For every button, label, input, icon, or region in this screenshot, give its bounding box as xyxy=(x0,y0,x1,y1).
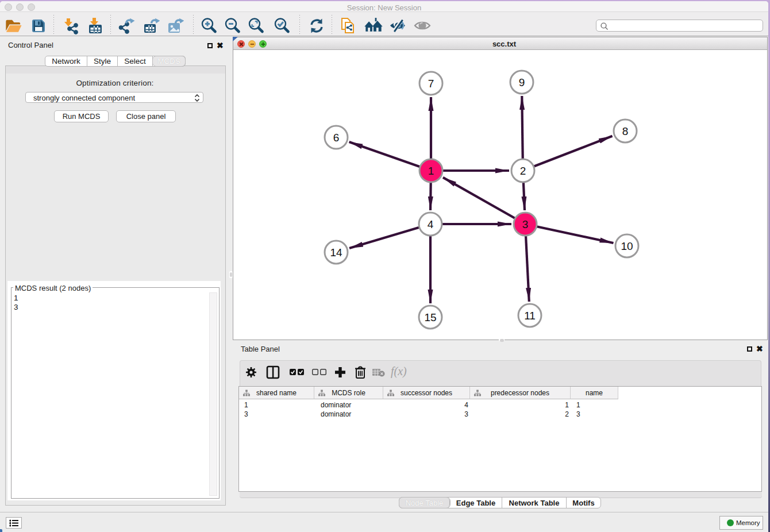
svg-text:4: 4 xyxy=(428,218,434,230)
svg-text:3: 3 xyxy=(522,218,529,230)
svg-text:2: 2 xyxy=(520,165,526,177)
svg-text:14: 14 xyxy=(330,246,342,259)
svg-text:8: 8 xyxy=(622,125,629,137)
svg-text:11: 11 xyxy=(524,310,536,322)
svg-text:6: 6 xyxy=(333,132,340,144)
svg-text:1: 1 xyxy=(428,165,434,177)
svg-text:15: 15 xyxy=(424,311,436,323)
svg-text:7: 7 xyxy=(428,78,434,90)
svg-text:9: 9 xyxy=(519,76,525,88)
svg-text:10: 10 xyxy=(621,240,633,252)
